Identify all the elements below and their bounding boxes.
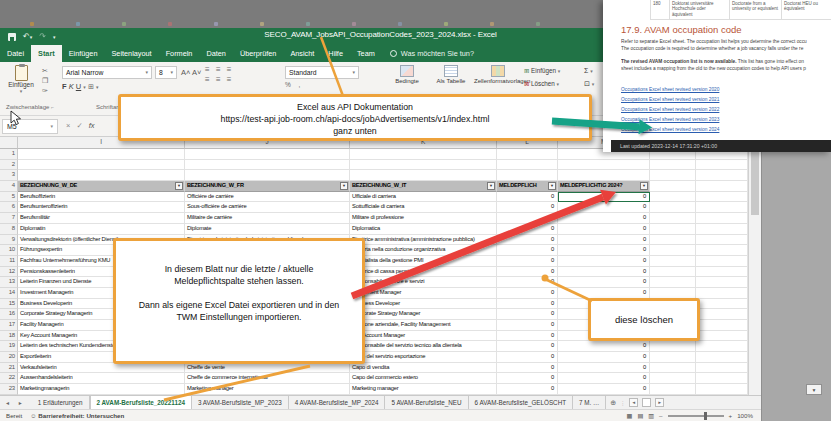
cell[interactable] <box>696 213 748 224</box>
bookmark-icon[interactable] <box>490 22 494 26</box>
font-name-combo[interactable]: Arial Narrow▾ <box>62 66 152 79</box>
enter-icon[interactable]: ✓ <box>76 121 88 130</box>
number-format-combo[interactable]: Standard▾ <box>285 66 359 79</box>
zoom-slider[interactable] <box>668 415 724 417</box>
cell[interactable]: Militare di professione <box>350 213 497 224</box>
cell[interactable]: 0 <box>558 341 650 352</box>
cell[interactable]: Cheffe de vente <box>185 363 350 374</box>
bookmark-icon[interactable] <box>76 22 80 26</box>
cell[interactable] <box>650 213 696 224</box>
row-header-2[interactable]: 2 <box>0 160 18 171</box>
bookmark-icon[interactable] <box>352 22 356 26</box>
row-header-12[interactable]: 12 <box>0 267 18 278</box>
cell[interactable] <box>650 235 696 246</box>
cell[interactable] <box>696 202 748 213</box>
row-header-20[interactable]: 20 <box>0 352 18 363</box>
bookmark-icon[interactable] <box>122 22 126 26</box>
row-header-6[interactable]: 6 <box>0 202 18 213</box>
row-header-21[interactable]: 21 <box>0 363 18 374</box>
cell[interactable]: 0 <box>558 192 650 203</box>
ribbon-tab-datei[interactable]: Datei <box>0 45 31 62</box>
row-header-15[interactable]: 15 <box>0 299 18 310</box>
filter-dropdown-icon[interactable]: ▼ <box>175 182 183 190</box>
row-header-22[interactable]: 22 <box>0 373 18 384</box>
cell[interactable] <box>696 170 748 181</box>
cell[interactable]: Sous-officière de carrière <box>185 202 350 213</box>
cell[interactable]: Diplomatica <box>350 224 497 235</box>
cell-styles-button[interactable]: Zellenformatvorlagen <box>474 65 522 84</box>
cell[interactable] <box>696 224 748 235</box>
cell[interactable]: Responsabile del servizio tecnico alla c… <box>350 341 497 352</box>
cell[interactable]: 0 <box>497 384 558 395</box>
cell[interactable]: Capo del servizio esportazione <box>350 352 497 363</box>
cell[interactable] <box>185 170 350 181</box>
cell[interactable] <box>185 149 350 160</box>
row-header-9[interactable]: 9 <box>0 235 18 246</box>
sheet-tab[interactable]: 1 Erläuterungen <box>32 396 90 409</box>
ribbon-tab-ansicht[interactable]: Ansicht <box>283 45 321 62</box>
filter-dropdown-icon[interactable]: ▼ <box>340 182 348 190</box>
cell[interactable]: Marketing manager <box>350 384 497 395</box>
cell[interactable]: Officière de carrière <box>185 192 350 203</box>
cell[interactable] <box>696 352 748 363</box>
normal-view-icon[interactable]: ▦ <box>627 412 633 419</box>
row-header-17[interactable]: 17 <box>0 320 18 331</box>
cell[interactable]: Berufsunteroffizierin <box>18 202 185 213</box>
cell[interactable] <box>650 181 696 192</box>
row-header-13[interactable]: 13 <box>0 277 18 288</box>
cell[interactable] <box>696 341 748 352</box>
docs-link[interactable]: Occupations Excel sheet revised version … <box>621 127 719 132</box>
cell[interactable]: 0 <box>497 320 558 331</box>
cell[interactable] <box>650 341 696 352</box>
cell[interactable] <box>497 170 558 181</box>
cell[interactable]: Specialista della gestione PMI <box>350 256 497 267</box>
borders-icon[interactable]: ⊞ <box>88 83 94 90</box>
cell[interactable]: 0 <box>497 213 558 224</box>
docs-link[interactable]: Occupations Excel sheet revised version … <box>621 107 719 112</box>
cell[interactable] <box>497 160 558 171</box>
cell[interactable]: 0 <box>497 192 558 203</box>
row-header-3[interactable]: 3 <box>0 170 18 181</box>
cell[interactable] <box>696 384 748 395</box>
sheet-tab[interactable]: 5 AVAM-Berufsliste_NEU <box>385 396 468 409</box>
cell[interactable]: Responsabile finanze e servizi <box>350 277 497 288</box>
docs-link[interactable]: Occupations Excel sheet revised version … <box>621 97 719 102</box>
ribbon-tab-seitenlayout[interactable]: Seitenlayout <box>104 45 158 62</box>
number-format-icons[interactable]: % , <box>285 81 303 88</box>
cell[interactable]: 0 <box>558 256 650 267</box>
conditional-formatting-button[interactable]: Bedingte <box>386 65 428 84</box>
bookmark-icon[interactable] <box>30 22 34 26</box>
cell[interactable]: 0 <box>558 202 650 213</box>
ribbon-tab-daten[interactable]: Daten <box>199 45 232 62</box>
scrollbar-thumb[interactable] <box>751 151 759 215</box>
cell[interactable]: 0 <box>558 363 650 374</box>
insert-cells-button[interactable]: ⊞ Einfügen ▾ <box>524 67 576 78</box>
row-header-23[interactable]: 23 <box>0 384 18 395</box>
cell[interactable] <box>18 149 185 160</box>
cancel-icon[interactable]: × <box>66 121 76 130</box>
cell[interactable]: 0 <box>497 373 558 384</box>
cell[interactable]: 0 <box>497 331 558 342</box>
cell[interactable] <box>558 170 650 181</box>
cell[interactable]: Capo di vendita <box>350 363 497 374</box>
ribbon-tab-start[interactable]: Start <box>31 45 62 62</box>
row-header-5[interactable]: 5 <box>0 192 18 203</box>
cell[interactable] <box>650 267 696 278</box>
hscroll-box[interactable] <box>642 398 651 407</box>
cell[interactable]: 0 <box>497 202 558 213</box>
hscroll-left-icon[interactable]: ◄ <box>629 398 638 407</box>
cell[interactable]: 0 <box>497 267 558 278</box>
bookmark-icon[interactable] <box>536 22 540 26</box>
cell[interactable] <box>696 245 748 256</box>
cell[interactable] <box>650 384 696 395</box>
cell[interactable]: Investment Manager <box>350 288 497 299</box>
cell[interactable] <box>696 235 748 246</box>
cell[interactable]: Diplomatin <box>18 224 185 235</box>
cell[interactable] <box>650 160 696 171</box>
cell[interactable]: BEZEICHNUNG_W_FR▼ <box>185 181 350 192</box>
cut-icon[interactable]: ✂ <box>42 66 48 75</box>
cell[interactable]: Verkaufsleiterin <box>18 363 185 374</box>
paste-button[interactable]: Einfügen ▾ <box>4 65 38 94</box>
cell[interactable]: 0 <box>497 288 558 299</box>
hscroll-right-icon[interactable]: ► <box>655 398 664 407</box>
